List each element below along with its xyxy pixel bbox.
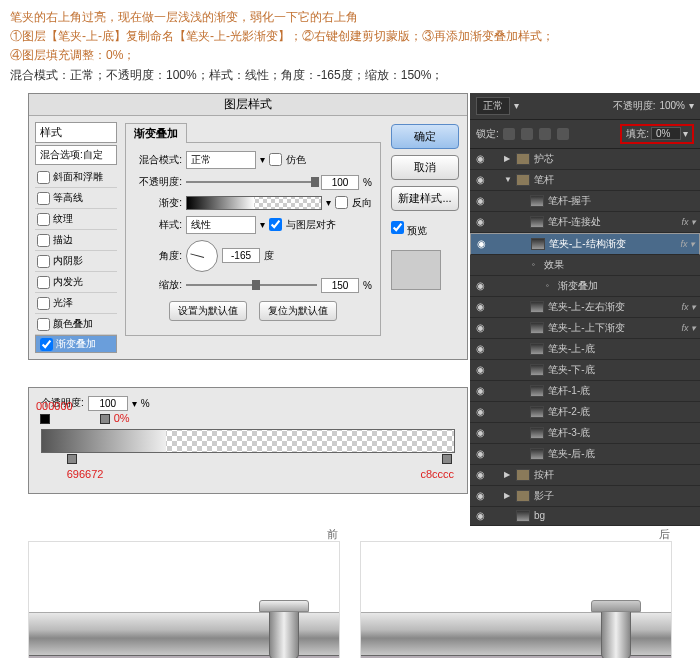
lock-position-icon[interactable] — [539, 128, 551, 140]
visibility-toggle[interactable]: ◉ — [474, 490, 486, 501]
layer-row-5[interactable]: ◦效果 — [470, 255, 700, 276]
fx-badge[interactable]: fx ▾ — [680, 239, 695, 249]
style-item-3[interactable]: 描边 — [35, 230, 117, 251]
layer-row-1[interactable]: ◉▼笔杆 — [470, 170, 700, 191]
visibility-toggle[interactable]: ◉ — [474, 195, 486, 206]
layer-name: 笔杆-1-底 — [548, 384, 590, 398]
layer-row-4[interactable]: ◉笔夹-上-结构渐变fx ▾ — [470, 233, 700, 255]
layer-row-8[interactable]: ◉笔夹-上-上下渐变fx ▾ — [470, 318, 700, 339]
visibility-toggle[interactable]: ◉ — [474, 322, 486, 333]
style-item-4[interactable]: 内阴影 — [35, 251, 117, 272]
expand-arrow[interactable]: ▶ — [504, 491, 512, 500]
layer-row-2[interactable]: ◉笔杆-握手 — [470, 191, 700, 212]
visibility-toggle[interactable]: ◉ — [475, 238, 487, 249]
style-item-7[interactable]: 颜色叠加 — [35, 314, 117, 335]
style-item-6[interactable]: 光泽 — [35, 293, 117, 314]
blend-mode-select[interactable]: 正常 — [186, 151, 256, 169]
style-checkbox-6[interactable] — [37, 297, 50, 310]
scale-value[interactable]: 150 — [321, 278, 359, 293]
fx-badge[interactable]: fx ▾ — [681, 323, 696, 333]
styles-header[interactable]: 样式 — [35, 122, 117, 143]
expand-arrow[interactable]: ▼ — [504, 175, 512, 184]
fx-badge[interactable]: fx ▾ — [681, 302, 696, 312]
preview-checkbox[interactable] — [391, 221, 404, 234]
lock-all-icon[interactable] — [557, 128, 569, 140]
visibility-toggle[interactable]: ◉ — [474, 364, 486, 375]
ok-button[interactable]: 确定 — [391, 124, 459, 149]
style-checkbox-7[interactable] — [37, 318, 50, 331]
visibility-toggle[interactable]: ◉ — [474, 343, 486, 354]
layer-row-17[interactable]: ◉bg — [470, 507, 700, 526]
style-item-5[interactable]: 内发光 — [35, 272, 117, 293]
style-checkbox-5[interactable] — [37, 276, 50, 289]
style-item-0[interactable]: 斜面和浮雕 — [35, 167, 117, 188]
visibility-toggle[interactable]: ◉ — [474, 448, 486, 459]
layer-row-16[interactable]: ◉▶影子 — [470, 486, 700, 507]
set-default-button[interactable]: 设置为默认值 — [169, 301, 247, 321]
opacity-value[interactable]: 100 — [321, 175, 359, 190]
fill-value[interactable]: 0% — [651, 127, 681, 140]
reset-default-button[interactable]: 复位为默认值 — [259, 301, 337, 321]
layer-row-6[interactable]: ◉◦渐变叠加 — [470, 276, 700, 297]
visibility-toggle[interactable]: ◉ — [474, 174, 486, 185]
layer-row-14[interactable]: ◉笔夹-后-底 — [470, 444, 700, 465]
visibility-toggle[interactable]: ◉ — [474, 216, 486, 227]
layer-row-11[interactable]: ◉笔杆-1-底 — [470, 381, 700, 402]
blending-options[interactable]: 混合选项:自定 — [35, 145, 117, 165]
color-stop-left[interactable]: 696672 — [67, 454, 79, 468]
folder-icon — [516, 469, 530, 481]
layer-row-0[interactable]: ◉▶护芯 — [470, 149, 700, 170]
align-checkbox[interactable] — [269, 218, 282, 231]
reverse-checkbox[interactable] — [335, 196, 348, 209]
layer-row-13[interactable]: ◉笔杆-3-底 — [470, 423, 700, 444]
visibility-toggle[interactable]: ◉ — [474, 469, 486, 480]
visibility-toggle[interactable]: ◉ — [474, 385, 486, 396]
visibility-toggle[interactable]: ◉ — [474, 280, 486, 291]
style-item-8[interactable]: 渐变叠加 — [35, 335, 117, 353]
style-checkbox-1[interactable] — [37, 192, 50, 205]
expand-arrow[interactable]: ▶ — [504, 154, 512, 163]
layer-row-10[interactable]: ◉笔夹-下-底 — [470, 360, 700, 381]
cancel-button[interactable]: 取消 — [391, 155, 459, 180]
fx-badge[interactable]: fx ▾ — [681, 217, 696, 227]
style-select[interactable]: 线性 — [186, 216, 256, 234]
style-label-0: 斜面和浮雕 — [53, 171, 103, 182]
dither-checkbox[interactable] — [269, 153, 282, 166]
style-checkbox-0[interactable] — [37, 171, 50, 184]
gradient-strip[interactable]: 000000 0% 696672 c8cccc — [41, 429, 455, 453]
expand-arrow[interactable]: ▶ — [504, 470, 512, 479]
layer-row-7[interactable]: ◉笔夹-上-左右渐变fx ▾ — [470, 297, 700, 318]
gradient-label: 渐变: — [134, 196, 182, 210]
lock-transparency-icon[interactable] — [503, 128, 515, 140]
style-checkbox-8[interactable] — [40, 338, 53, 351]
new-style-button[interactable]: 新建样式... — [391, 186, 459, 211]
style-checkbox-2[interactable] — [37, 213, 50, 226]
visibility-toggle[interactable]: ◉ — [474, 510, 486, 521]
visibility-toggle[interactable]: ◉ — [474, 406, 486, 417]
panel-blend-mode[interactable]: 正常 — [476, 97, 510, 115]
opacity-slider[interactable] — [186, 181, 317, 183]
ge-opacity-value[interactable]: 100 — [88, 396, 128, 411]
style-item-1[interactable]: 等高线 — [35, 188, 117, 209]
panel-opacity-value[interactable]: 100% — [659, 100, 685, 111]
angle-dial[interactable] — [186, 240, 218, 272]
visibility-toggle[interactable]: ◉ — [474, 153, 486, 164]
layer-row-15[interactable]: ◉▶按杆 — [470, 465, 700, 486]
visibility-toggle[interactable]: ◉ — [474, 427, 486, 438]
style-checkbox-3[interactable] — [37, 234, 50, 247]
visibility-toggle[interactable]: ◉ — [474, 301, 486, 312]
opacity-stop-right[interactable]: 0% — [100, 414, 112, 428]
angle-value[interactable]: -165 — [222, 248, 260, 263]
opacity-stop-left[interactable]: 000000 — [40, 414, 52, 428]
layer-row-3[interactable]: ◉笔杆-连接处fx ▾ — [470, 212, 700, 233]
lock-pixels-icon[interactable] — [521, 128, 533, 140]
style-item-2[interactable]: 纹理 — [35, 209, 117, 230]
folder-icon — [516, 490, 530, 502]
scale-slider[interactable] — [186, 284, 317, 286]
layer-row-9[interactable]: ◉笔夹-上-底 — [470, 339, 700, 360]
panel-opacity-label: 不透明度: — [613, 99, 656, 113]
gradient-picker[interactable] — [186, 196, 322, 210]
color-stop-right[interactable]: c8cccc — [442, 454, 454, 468]
style-checkbox-4[interactable] — [37, 255, 50, 268]
layer-row-12[interactable]: ◉笔杆-2-底 — [470, 402, 700, 423]
